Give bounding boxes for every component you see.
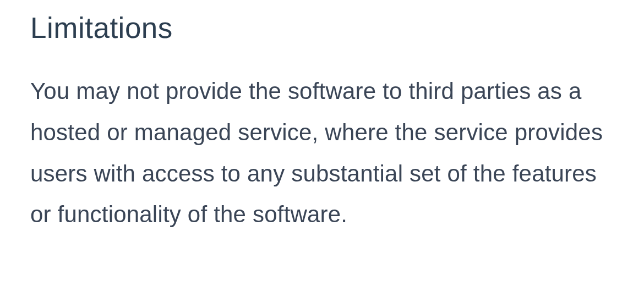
- section-heading: Limitations: [30, 11, 616, 45]
- section-body-text: You may not provide the software to thir…: [30, 71, 616, 235]
